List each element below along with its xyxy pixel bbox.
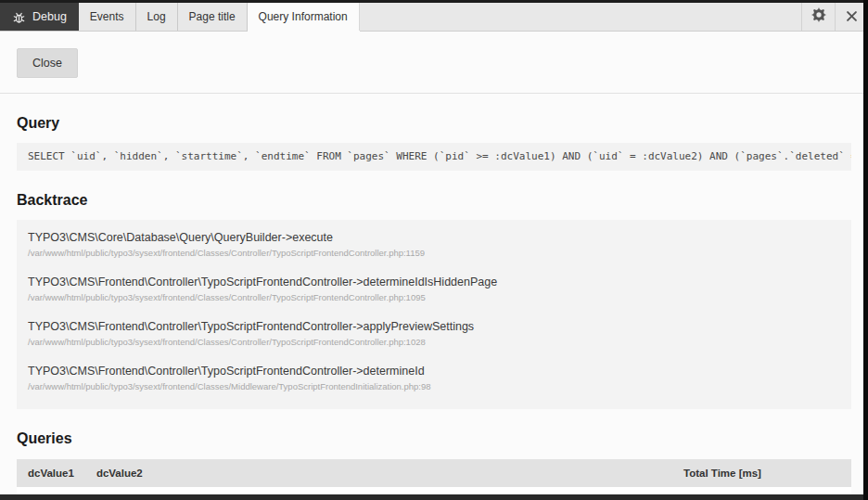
- debug-module-tab[interactable]: Debug: [0, 3, 79, 31]
- tab-log[interactable]: Log: [136, 3, 178, 31]
- tab-query-information[interactable]: Query Information: [248, 3, 360, 31]
- tab-events-label: Events: [90, 10, 124, 23]
- backtrace-function: TYPO3\CMS\Frontend\Controller\TypoScript…: [28, 276, 840, 289]
- backtrace-list: TYPO3\CMS\Core\Database\Query\QueryBuild…: [17, 220, 851, 409]
- bug-icon: [12, 10, 26, 24]
- query-information-panel: Close Query SELECT `uid`, `hidden`, `sta…: [0, 32, 868, 500]
- backtrace-entry: TYPO3\CMS\Frontend\Controller\TypoScript…: [28, 268, 840, 313]
- backtrace-location: /var/www/html/public/typo3/sysext/fronte…: [28, 337, 840, 348]
- close-button[interactable]: Close: [17, 48, 78, 78]
- tab-query-information-label: Query Information: [259, 10, 348, 23]
- backtrace-location: /var/www/html/public/typo3/sysext/fronte…: [28, 381, 840, 392]
- column-header-total-time: Total Time [ms]: [672, 459, 851, 487]
- screen-bottom-edge: [0, 494, 868, 500]
- sql-query-text: SELECT `uid`, `hidden`, `starttime`, `en…: [17, 143, 851, 171]
- backtrace-function: TYPO3\CMS\Core\Database\Query\QueryBuild…: [28, 231, 840, 245]
- queries-section-title: Queries: [17, 430, 851, 447]
- screen-right-edge: [863, 0, 868, 500]
- queries-table-header: dcValue1 dcValue2 Total Time [ms]: [17, 459, 851, 487]
- backtrace-location: /var/www/html/public/typo3/sysext/fronte…: [28, 248, 840, 259]
- tab-bar-spacer: [360, 3, 801, 31]
- backtrace-entry: TYPO3\CMS\Core\Database\Query\QueryBuild…: [28, 224, 840, 268]
- tab-log-label: Log: [147, 10, 166, 23]
- backtrace-function: TYPO3\CMS\Frontend\Controller\TypoScript…: [28, 320, 840, 334]
- close-icon: [847, 8, 857, 25]
- tab-events[interactable]: Events: [79, 3, 136, 31]
- backtrace-section-title: Backtrace: [17, 192, 851, 209]
- column-header-dcvalue2: dcValue2: [85, 459, 672, 487]
- settings-button[interactable]: [801, 3, 835, 31]
- backtrace-function: TYPO3\CMS\Frontend\Controller\TypoScript…: [28, 365, 840, 378]
- gear-icon: [811, 7, 826, 26]
- tab-page-title-label: Page title: [189, 10, 236, 23]
- backtrace-entry: TYPO3\CMS\Frontend\Controller\TypoScript…: [28, 357, 840, 402]
- tab-page-title[interactable]: Page title: [178, 3, 248, 31]
- backtrace-entry: TYPO3\CMS\Frontend\Controller\TypoScript…: [28, 313, 840, 357]
- debug-module-label: Debug: [32, 10, 67, 23]
- admin-panel-tab-bar: Debug Events Log Page title Query Inform…: [0, 3, 868, 32]
- column-header-dcvalue1: dcValue1: [17, 459, 85, 487]
- backtrace-location: /var/www/html/public/typo3/sysext/fronte…: [28, 292, 840, 303]
- section-divider: [0, 93, 868, 94]
- query-section-title: Query: [17, 115, 851, 132]
